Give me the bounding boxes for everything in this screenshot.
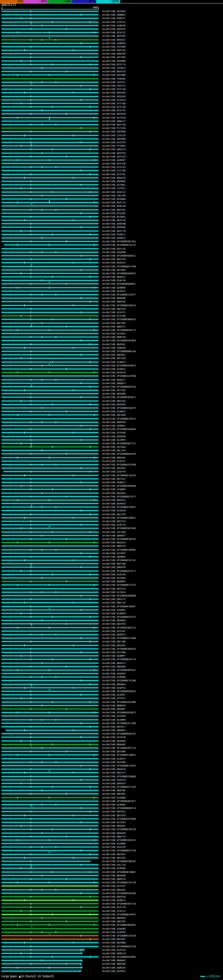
alignment-row[interactable]: UniRef100_UPI0000DB61A4 (0, 350, 223, 353)
alignment-row[interactable]: UniRef100_UPI0000D4B7E2 (0, 732, 223, 736)
alignment-row[interactable]: UniRef100_UPI00003F12D8 (0, 722, 223, 725)
subject-label[interactable]: UniRef100_UPI000034F6D9 (100, 339, 136, 342)
alignment-row[interactable]: UniRef100_A6BCD4 (0, 966, 223, 970)
alignment-bar[interactable] (2, 379, 99, 380)
subject-label[interactable]: UniRef100_UPI00003E57C8 (100, 902, 136, 905)
alignment-row[interactable]: UniRef100_Q0D4T8 (0, 544, 223, 548)
alignment-bar[interactable] (2, 241, 99, 242)
alignment-row[interactable]: UniRef100_Q10DK6 (0, 612, 223, 615)
alignment-row[interactable]: UniRef100_Q42691 (0, 970, 223, 973)
alignment-row[interactable]: UniRef100_Q0IQA4 (0, 492, 223, 495)
subject-label[interactable]: UniRef100_B9EMW3 (100, 180, 125, 183)
alignment-bar[interactable] (2, 797, 99, 798)
alignment-row[interactable]: UniRef100_Q2QP53 (0, 686, 223, 690)
alignment-bar[interactable] (2, 815, 99, 816)
alignment-bar[interactable] (2, 854, 99, 855)
alignment-row[interactable]: UniRef100_UPI0000C2D691 (0, 753, 223, 757)
subject-label[interactable]: UniRef100_A7R7U1 (100, 21, 125, 24)
alignment-bar[interactable] (2, 846, 99, 848)
alignment-bar[interactable] (2, 60, 99, 62)
alignment-row[interactable]: UniRef100_UPI000024C8B9 (0, 700, 223, 704)
alignment-row[interactable]: UniRef100_B8B549 (0, 336, 223, 339)
alignment-bar[interactable] (2, 914, 99, 915)
subject-label[interactable]: UniRef100_B8AQ77 (100, 378, 125, 382)
subject-label[interactable]: UniRef100_UPI0000C64D73 (100, 406, 136, 410)
alignment-row[interactable]: UniRef100_Q6TK99 (0, 112, 223, 116)
alignment-bar[interactable] (2, 663, 99, 663)
alignment-row[interactable]: UniRef100_UPI0000DF37A9 (0, 849, 223, 853)
alignment-bar[interactable] (2, 163, 99, 164)
subject-label[interactable]: UniRef100_Q63418 (100, 219, 125, 222)
alignment-bar[interactable] (2, 188, 99, 189)
subject-label[interactable]: UniRef100_B9RV99 (100, 421, 125, 424)
alignment-bar[interactable] (2, 584, 99, 585)
alignment-row[interactable]: UniRef100_A3AHD2 (0, 608, 223, 612)
alignment-row[interactable]: UniRef100_P17C04 (0, 127, 223, 130)
alignment-bar[interactable] (2, 156, 99, 157)
subject-label[interactable]: UniRef100_Q5Z9A8 (100, 576, 125, 580)
subject-label[interactable]: UniRef100_Q0DJF1 (100, 325, 125, 329)
subject-label[interactable]: UniRef100_Q0DDH3 (100, 729, 125, 732)
subject-label[interactable]: UniRef100_Q2QNJ4 (100, 899, 125, 902)
subject-label[interactable]: UniRef100_Q8LJK4 (100, 449, 125, 452)
subject-label[interactable]: UniRef100_Q9SW38 (100, 226, 125, 229)
alignment-bar[interactable] (2, 174, 99, 175)
subject-label[interactable]: UniRef100_A2Y4X7 (100, 885, 125, 888)
subject-label[interactable]: UniRef100_UPI0000C5F241 (100, 558, 136, 562)
subject-label[interactable]: UniRef100_Q6H6W3 (100, 555, 125, 558)
alignment-bar[interactable] (2, 485, 99, 486)
subject-label[interactable]: UniRef100_B8AJG4 (100, 541, 125, 544)
alignment-row[interactable]: UniRef100_Q0D7Y4 (0, 835, 223, 838)
alignment-bar[interactable] (2, 259, 99, 260)
subject-label[interactable]: UniRef100_A9NBR1 (100, 13, 125, 17)
alignment-bar[interactable] (2, 50, 99, 51)
subject-label[interactable]: UniRef100_A2XLH4 (100, 948, 125, 952)
subject-label[interactable]: UniRef100_Q01MS9 (100, 403, 125, 406)
alignment-row[interactable]: UniRef100_Q01CV7 (0, 771, 223, 775)
alignment-row[interactable]: UniRef100_B53BU5 (0, 215, 223, 219)
alignment-row[interactable]: UniRef100_A7Y7Q9 (0, 102, 223, 105)
subject-label[interactable]: UniRef100_Q0JGX9 (100, 814, 125, 817)
subject-label[interactable]: UniRef100_B9GX52 (100, 498, 125, 502)
subject-label[interactable]: UniRef100_UPI0000E61C94 (100, 945, 136, 948)
alignment-row[interactable]: UniRef100_UPI0000D71F52 (0, 583, 223, 587)
subject-label[interactable]: UniRef100_C6TMC4 (100, 67, 125, 70)
alignment-row[interactable]: UniRef100_UPI000038E2C5 (0, 626, 223, 630)
alignment-row[interactable]: UniRef100_A9NBR1 (0, 13, 223, 17)
alignment-bar[interactable] (2, 273, 99, 274)
alignment-bar[interactable] (2, 676, 99, 678)
alignment-bar[interactable] (2, 638, 99, 639)
alignment-bar[interactable] (2, 840, 99, 841)
subject-label[interactable]: UniRef100_A9SXQ3 (100, 466, 125, 470)
alignment-bar[interactable] (2, 599, 99, 600)
subject-label[interactable]: UniRef100_UPI0000DC2377 (100, 495, 136, 498)
alignment-bar[interactable] (2, 181, 99, 182)
alignment-row[interactable]: UniRef100_UPI0000CFC1E9 (0, 785, 223, 789)
alignment-row[interactable]: UniRef100_Q69EJ8 (0, 952, 223, 955)
subject-label[interactable]: UniRef100_Q0DPL8 (100, 877, 125, 881)
alignment-bar[interactable] (2, 305, 99, 306)
alignment-bar[interactable] (2, 407, 99, 409)
alignment-row[interactable]: UniRef100_A3BHS8 (0, 346, 223, 350)
alignment-row[interactable]: UniRef100_B9HCN1 (0, 456, 223, 460)
alignment-bar[interactable] (2, 478, 99, 479)
alignment-row[interactable]: UniRef100_Q0E4M1 (0, 792, 223, 796)
alignment-row[interactable]: UniRef100_A5BE05 (0, 42, 223, 45)
alignment-bar[interactable] (2, 276, 99, 277)
subject-label[interactable]: UniRef100_B5X7J4 (100, 201, 125, 204)
alignment-bar[interactable] (2, 358, 99, 359)
alignment-row[interactable]: UniRef100_A2YVN8 (0, 651, 223, 654)
alignment-row[interactable]: UniRef100_Q7Z761 (0, 173, 223, 176)
alignment-bar[interactable] (2, 135, 99, 136)
alignment-row[interactable]: UniRef100_A1YE34 (0, 165, 223, 169)
alignment-bar[interactable] (2, 723, 99, 724)
subject-label[interactable]: UniRef100_B8B549 (100, 336, 125, 339)
alignment-row[interactable]: UniRef100_A2ZMS7 (0, 693, 223, 697)
alignment-bar[interactable] (2, 702, 99, 703)
alignment-bar[interactable] (2, 560, 99, 561)
alignment-bar[interactable] (2, 92, 99, 93)
subject-label[interactable]: UniRef100_Q10FM2 (100, 931, 125, 934)
alignment-bar[interactable] (2, 220, 99, 221)
alignment-row[interactable]: UniRef100_A9TZB3 (0, 56, 223, 59)
subject-label[interactable]: UniRef100_A92T76 (100, 229, 125, 233)
